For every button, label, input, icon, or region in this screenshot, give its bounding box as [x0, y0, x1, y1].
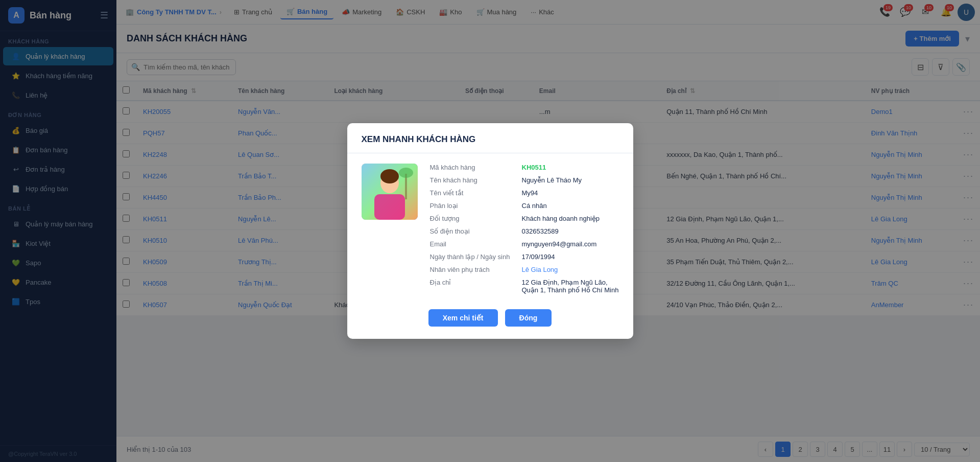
phan-loai-label: Phân loại	[430, 202, 522, 210]
svg-point-3	[380, 169, 399, 183]
modal-row-phan-loai: Phân loại Cá nhân	[430, 202, 619, 210]
avatar-image	[362, 164, 418, 220]
customer-quick-view-modal: XEM NHANH KHÁCH HÀNG	[347, 123, 633, 339]
email-label: Email	[430, 240, 522, 248]
svg-point-5	[399, 168, 413, 178]
modal-row-nv: Nhân viên phụ trách Lê Gia Long	[430, 266, 619, 273]
modal-avatar-section	[362, 164, 418, 299]
modal-body: Mã khách hàng KH0511 Tên khách hàng Nguy…	[347, 153, 633, 299]
modal-row-ngay: Ngày thành lập / Ngày sinh 17/09/1994	[430, 253, 619, 261]
modal-row-doi-tuong: Đối tượng Khách hàng doanh nghiệp	[430, 215, 619, 222]
ngay-label: Ngày thành lập / Ngày sinh	[430, 253, 522, 261]
view-detail-button[interactable]: Xem chi tiết	[428, 309, 498, 327]
ma-kh-value: KH0511	[522, 164, 619, 171]
email-value: mynguyen94@gmail.com	[522, 240, 619, 248]
modal-row-ten-viet-tat: Tên viết tắt My94	[430, 189, 619, 197]
modal-header: XEM NHANH KHÁCH HÀNG	[347, 123, 633, 153]
ten-viet-tat-value: My94	[522, 189, 619, 197]
modal-row-dia-chi: Địa chỉ 12 Gia Định, Phạm Ngũ Lão, Quận …	[430, 279, 619, 294]
dia-chi-label: Địa chỉ	[430, 279, 522, 286]
modal-overlay[interactable]: XEM NHANH KHÁCH HÀNG	[0, 0, 980, 462]
modal-info: Mã khách hàng KH0511 Tên khách hàng Nguy…	[430, 164, 619, 299]
close-modal-button[interactable]: Đóng	[505, 309, 552, 327]
sdt-label: Số điện thoại	[430, 227, 522, 235]
modal-footer: Xem chi tiết Đóng	[347, 299, 633, 327]
modal-row-sdt: Số điện thoại 0326532589	[430, 227, 619, 235]
phan-loai-value: Cá nhân	[522, 202, 619, 210]
doi-tuong-label: Đối tượng	[430, 215, 522, 222]
dia-chi-value: 12 Gia Định, Phạm Ngũ Lão, Quận 1, Thành…	[522, 279, 619, 294]
nv-label: Nhân viên phụ trách	[430, 266, 522, 273]
modal-row-ma-kh: Mã khách hàng KH0511	[430, 164, 619, 171]
ma-kh-label: Mã khách hàng	[430, 164, 522, 171]
svg-rect-2	[374, 194, 405, 220]
ten-kh-label: Tên khách hàng	[430, 176, 522, 184]
sdt-value: 0326532589	[522, 227, 619, 235]
ten-viet-tat-label: Tên viết tắt	[430, 189, 522, 197]
doi-tuong-value: Khách hàng doanh nghiệp	[522, 215, 619, 222]
nv-value[interactable]: Lê Gia Long	[522, 266, 619, 273]
customer-avatar	[362, 164, 418, 220]
ngay-value: 17/09/1994	[522, 253, 619, 261]
modal-row-email: Email mynguyen94@gmail.com	[430, 240, 619, 248]
modal-title: XEM NHANH KHÁCH HÀNG	[362, 134, 619, 145]
modal-row-ten-kh: Tên khách hàng Nguyễn Lê Tháo My	[430, 176, 619, 184]
ten-kh-value: Nguyễn Lê Tháo My	[522, 176, 619, 184]
